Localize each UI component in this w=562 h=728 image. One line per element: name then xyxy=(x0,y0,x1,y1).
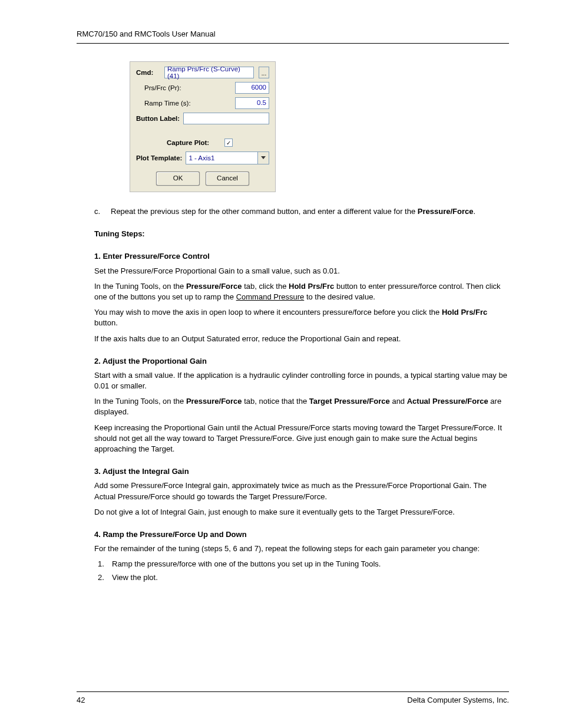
text-bold: Target Pressure/Force xyxy=(309,397,390,406)
company-name: Delta Computer Systems, Inc. xyxy=(407,696,509,704)
ok-button[interactable]: OK xyxy=(156,172,200,186)
para: In the Tuning Tools, on the Pressure/For… xyxy=(94,281,509,302)
text: Repeat the previous step for the other c… xyxy=(111,207,418,216)
list-marker: 2. xyxy=(98,572,112,583)
text-bold: Hold Prs/Frc xyxy=(442,308,487,317)
text: You may wish to move the axis in open lo… xyxy=(94,308,442,317)
step2-title: 2. Adjust the Proportional Gain xyxy=(94,356,509,367)
text-bold: Actual Pressure/Force xyxy=(407,397,488,406)
link-command-pressure[interactable]: Command Pressure xyxy=(236,292,305,301)
text: button. xyxy=(94,318,118,327)
para: You may wish to move the axis in open lo… xyxy=(94,307,509,328)
list-item: 2. View the plot. xyxy=(98,572,509,583)
text-bold: Pressure/Force xyxy=(186,282,242,291)
body-content: c. Repeat the previous step for the othe… xyxy=(77,206,509,583)
step3-title: 3. Adjust the Integral Gain xyxy=(94,466,509,477)
chevron-down-icon xyxy=(257,152,269,164)
para: Start with a small value. If the applica… xyxy=(94,370,509,391)
text: tab, notice that the xyxy=(242,397,309,406)
para: For the remainder of the tuning (steps 5… xyxy=(94,543,509,554)
plot-template-label: Plot Template: xyxy=(136,154,182,162)
button-label-input[interactable] xyxy=(183,113,269,124)
text: . xyxy=(473,207,475,216)
button-label-label: Button Label: xyxy=(136,115,180,122)
ramp-label: Ramp Time (s): xyxy=(136,100,232,107)
prs-label: Prs/Frc (Pr): xyxy=(136,84,232,91)
para: In the Tuning Tools, on the Pressure/For… xyxy=(94,396,509,417)
step-c: c. Repeat the previous step for the othe… xyxy=(94,206,509,217)
list-marker: c. xyxy=(94,206,111,217)
text: tab, click the xyxy=(242,282,289,291)
text: and xyxy=(390,397,407,406)
command-dialog: Cmd: Ramp Prs/Frc (S-Curve) (41) ... Prs… xyxy=(130,61,276,192)
step4-title: 4. Ramp the Pressure/Force Up and Down xyxy=(94,529,509,540)
prs-input[interactable]: 6000 xyxy=(235,82,269,94)
text-bold: Pressure/Force xyxy=(418,207,474,216)
page-header: RMC70/150 and RMCTools User Manual xyxy=(77,29,509,44)
text-bold: Hold Prs/Frc xyxy=(289,282,334,291)
list-marker: 1. xyxy=(98,559,112,569)
cmd-label: Cmd: xyxy=(136,69,161,76)
text-bold: Pressure/Force xyxy=(186,397,242,406)
text: In the Tuning Tools, on the xyxy=(94,397,186,406)
text: In the Tuning Tools, on the xyxy=(94,282,186,291)
capture-plot-checkbox[interactable]: ✓ xyxy=(224,139,233,147)
step1-title: 1. Enter Pressure/Force Control xyxy=(94,251,509,262)
para: Do not give a lot of Integral Gain, just… xyxy=(94,507,509,518)
cancel-button[interactable]: Cancel xyxy=(206,172,249,186)
plot-template-value: 1 - Axis1 xyxy=(189,154,214,162)
para: Set the Pressure/Force Proportional Gain… xyxy=(94,266,509,276)
tuning-steps-title: Tuning Steps: xyxy=(94,229,509,239)
list-item: 1. Ramp the pressure/force with one of t… xyxy=(98,559,509,569)
page-footer: 42 Delta Computer Systems, Inc. xyxy=(77,691,509,704)
para: Add some Pressure/Force Integral gain, a… xyxy=(94,480,509,502)
text: View the plot. xyxy=(112,572,158,583)
text: to the desired value. xyxy=(304,292,375,301)
page-number: 42 xyxy=(77,696,85,704)
cmd-browse-button[interactable]: ... xyxy=(259,67,269,78)
para: If the axis halts due to an Output Satur… xyxy=(94,334,509,344)
text: Ramp the pressure/force with one of the … xyxy=(112,559,381,569)
plot-template-dropdown[interactable]: 1 - Axis1 xyxy=(186,151,269,164)
ramp-input[interactable]: 0.5 xyxy=(235,97,269,109)
para: Keep increasing the Proportional Gain un… xyxy=(94,423,509,455)
cmd-input[interactable]: Ramp Prs/Frc (S-Curve) (41) xyxy=(164,67,254,78)
capture-plot-label: Capture Plot: xyxy=(167,139,209,146)
